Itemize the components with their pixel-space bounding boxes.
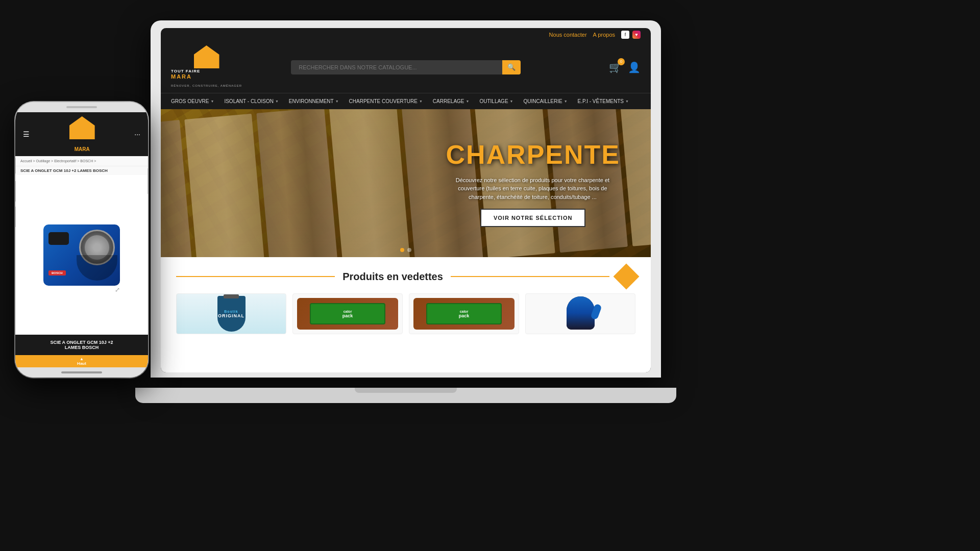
nav-environnement[interactable]: ENVIRONNEMENT ▼ [284,93,344,109]
nav-arrow-7: ▼ [625,99,629,103]
mobile-logo[interactable]: TOUT FAIRE MARA [69,116,95,152]
site-header: TOUT FAIRE MARA RÉNOVER, CONSTRUIRE, AMÉ… [161,41,651,93]
hero-description: Découvrez notre sélection de produits po… [446,176,619,202]
product-card-bostik[interactable]: Bostik ORIGINAL [176,293,286,334]
nav-gros-oeuvre[interactable]: GROS OEUVRE ▼ [166,93,219,109]
phone-volume-down-button[interactable] [15,207,16,227]
hero-content: CHARPENTE Découvrez notre sélection de p… [446,139,620,228]
bostik-original: ORIGINAL [218,313,244,318]
bostik-label: Bostik ORIGINAL [217,296,246,332]
glove-shape [567,296,595,330]
mobile-logo-text: TOUT FAIRE MARA [75,139,90,152]
website: Nous contacter A propos f ♥ [161,28,651,372]
nav-outillage[interactable]: OUTILLAGE ▼ [474,93,518,109]
plank-4 [329,109,410,257]
scroll-up-arrow: ▲ [17,357,146,361]
nav-charpente[interactable]: CHARPENTE COUVERTURE ▼ [344,93,428,109]
calorpack1-inner: calor pack [310,303,386,325]
plank-3 [256,109,338,257]
mobile-more-icon[interactable]: ··· [134,130,140,138]
product-name-line2: LAMES BOSCH [23,345,140,350]
laptop-screen: Nous contacter A propos f ♥ [161,28,651,372]
logo-house-shape [194,45,219,68]
instagram-icon[interactable]: ♥ [632,31,641,39]
hero-dot-1[interactable] [400,248,404,252]
social-icons: f ♥ [621,31,641,39]
cart-badge: 0 [618,58,625,65]
calorpack1-logo: calor [344,310,352,313]
hero-dots [400,248,411,252]
logo-icon [194,45,219,68]
saw-visual: BOSCH [43,224,120,286]
mobile-page-title: SCIE A ONGLET GCM 10J +2 LAMES BOSCH [15,166,148,175]
scroll-up-bar[interactable]: ▲ Haut [15,355,148,367]
laptop-base [135,388,676,403]
saw-handle [48,232,69,245]
nav-arrow-5: ▼ [510,99,513,103]
nav-isolant-cloison[interactable]: ISOLANT - CLOISON ▼ [219,93,283,109]
hero-banner: CHARPENTE Découvrez notre sélection de p… [161,109,651,257]
logo-mara: MARA [171,73,242,80]
site-logo[interactable]: TOUT FAIRE MARA RÉNOVER, CONSTRUIRE, AMÉ… [171,45,242,89]
product-card-gloves[interactable] [525,293,635,334]
nav-arrow-4: ▼ [466,99,470,103]
featured-line-right [451,276,609,277]
mobile-product-image: BOSCH ⤢ [41,214,122,296]
expand-icon[interactable]: ⤢ [115,286,120,293]
phone-home-bar [15,367,148,378]
user-icon[interactable]: 👤 [628,61,641,73]
mobile-logo-mara: MARA [75,146,90,152]
product-card-calorpack1[interactable]: calor pack [292,293,403,334]
mobile-breadcrumb: Accueil > Outillage > Electroportatif > … [15,156,148,166]
mobile-menu-icon[interactable]: ☰ [23,130,30,138]
bosch-label: BOSCH [48,270,66,276]
hero-dot-2[interactable] [407,248,411,252]
calorpack2-logo: calor [460,310,469,313]
logo-tagline: RÉNOVER, CONSTRUIRE, AMÉNAGER [171,84,242,87]
phone-volume-up-button[interactable] [15,181,16,202]
nav-arrow-1: ▼ [275,99,279,103]
phone-power-button[interactable] [148,168,148,194]
bostik-brand: Bostik [224,310,238,313]
calorpack1-visual: calor pack [297,298,398,330]
phone-mute-button[interactable] [15,158,16,173]
glove-blue [567,296,595,330]
nav-epi[interactable]: E.P.I - VÊTEMENTS ▼ [573,93,634,109]
product-card-calorpack2[interactable]: calor pack [409,293,519,334]
featured-section: Produits en vedettes Bostik ORIGINAL [161,257,651,339]
featured-header: Produits en vedettes [176,267,635,286]
products-row: Bostik ORIGINAL calor pack [176,293,635,334]
saw-guard [77,255,117,281]
contact-link[interactable]: Nous contacter [549,32,587,38]
mobile-product-area: BOSCH ⤢ [15,175,148,335]
calorpack2-pack: pack [459,313,470,318]
search-button[interactable]: 🔍 [502,60,521,74]
about-link[interactable]: A propos [593,32,615,38]
featured-title: Produits en vedettes [342,271,443,283]
mobile-logo-faire: FAIRE [75,143,90,146]
cart-icon[interactable]: 🛒 0 [609,61,622,73]
mobile-logo-house [69,116,95,139]
nav-arrow-2: ▼ [335,99,339,103]
nav-carrelage[interactable]: CARRELAGE ▼ [428,93,475,109]
mobile-phone: ☰ TOUT FAIRE MARA ··· Accueil > Outillag… [15,102,148,378]
logo-tout-faire: TOUT FAIRE [171,69,242,73]
nav-arrow-0: ▼ [210,99,214,103]
calorpack1-pack: pack [342,313,353,318]
featured-line-left [176,276,335,277]
scroll-up-label: Haut [17,361,146,366]
phone-notch [15,102,148,112]
search-input[interactable] [291,60,521,74]
site-topbar: Nous contacter A propos f ♥ [161,28,651,41]
mobile-house-shape [69,116,95,139]
phone-screen: ☰ TOUT FAIRE MARA ··· Accueil > Outillag… [15,112,148,367]
mobile-topbar: ☰ TOUT FAIRE MARA ··· [15,112,148,156]
product-name-line1: SCIE A ONGLET GCM 10J +2 [23,340,140,345]
nav-arrow-3: ▼ [419,99,423,103]
hero-cta-button[interactable]: VOIR NOTRE SÉLECTION [480,209,585,227]
facebook-icon[interactable]: f [621,31,629,39]
site-nav: GROS OEUVRE ▼ ISOLANT - CLOISON ▼ ENVIRO… [161,93,651,109]
laptop-body: Nous contacter A propos f ♥ [151,20,661,378]
nav-quincaillerie[interactable]: QUINCAILLERIE ▼ [519,93,573,109]
hero-title: CHARPENTE [446,139,620,170]
